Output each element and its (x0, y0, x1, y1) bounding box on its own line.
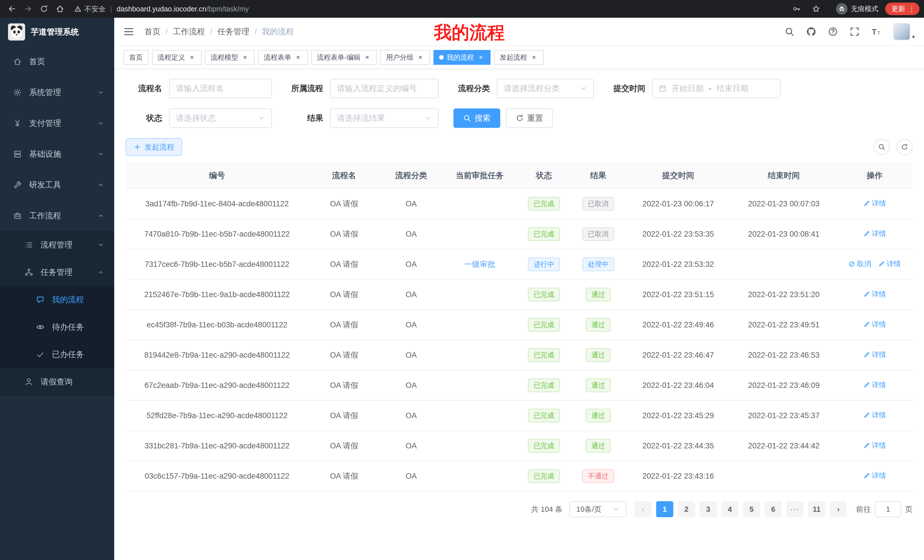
reset-button[interactable]: 重置 (506, 108, 553, 128)
tab-process-form[interactable]: 流程表单× (258, 50, 308, 65)
result-select[interactable]: 请选择流结果 (330, 108, 439, 128)
next-page-button[interactable]: › (830, 501, 847, 517)
detail-link[interactable]: 详情 (863, 289, 886, 299)
user-menu[interactable]: ▾ (893, 23, 915, 40)
refresh-table-button[interactable] (897, 139, 913, 155)
sidebar-item-todo-task[interactable]: 待办任务 (0, 313, 114, 341)
tab-my-process[interactable]: 我的流程× (434, 50, 490, 65)
close-icon[interactable]: × (241, 53, 249, 61)
active-dot (439, 55, 444, 60)
tab-home[interactable]: 首页 (123, 50, 148, 65)
sidebar-toggle[interactable] (123, 26, 134, 37)
cancel-link[interactable]: 取消 (848, 259, 871, 269)
tab-user-group[interactable]: 用户分组× (380, 50, 430, 65)
sidebar-item-devtools[interactable]: 研发工具 (0, 169, 114, 201)
tab-start-process[interactable]: 发起流程× (494, 50, 544, 65)
sidebar-item-workflow[interactable]: 工作流程 (0, 201, 114, 231)
close-icon[interactable]: × (416, 53, 424, 61)
tab-process-definition[interactable]: 流程定义× (152, 50, 202, 65)
column-header: 状态 (517, 163, 571, 189)
sidebar-item-system[interactable]: 系统管理 (0, 77, 114, 108)
close-icon[interactable]: × (530, 53, 538, 61)
tab-process-form-edit[interactable]: 流程表单-编辑× (311, 50, 377, 65)
sidebar-item-home[interactable]: 首页 (0, 46, 114, 77)
cell-task: 一级审批 (442, 249, 517, 279)
bookmark-star-icon[interactable] (812, 5, 820, 13)
task-link[interactable]: 一级审批 (464, 260, 495, 269)
tab-process-model[interactable]: 流程模型× (205, 50, 255, 65)
edit-icon (863, 321, 870, 328)
detail-link[interactable]: 详情 (863, 350, 886, 359)
home-button[interactable] (52, 2, 68, 16)
page-button-1[interactable]: 1 (656, 501, 673, 517)
page-button-11[interactable]: 11 (808, 501, 825, 517)
search-icon (463, 114, 471, 122)
key-icon[interactable] (793, 5, 801, 13)
github-icon[interactable] (806, 27, 816, 36)
breadcrumb-item[interactable]: 工作流程 (173, 26, 205, 37)
cell-submit-time: 2022-01-23 00:06:17 (626, 189, 731, 219)
detail-link[interactable]: 详情 (863, 199, 886, 208)
submit-time-range-picker[interactable]: 开始日期 - 结束日期 (652, 79, 781, 98)
reload-button[interactable] (36, 2, 51, 16)
status-select[interactable]: 请选择状态 (169, 108, 272, 128)
help-icon[interactable] (828, 27, 838, 36)
table-row: 3ad174fb-7b9d-11ec-8404-acde48001122OA 请… (126, 189, 913, 219)
detail-link[interactable]: 详情 (863, 410, 886, 420)
breadcrumb-item[interactable]: 任务管理 (218, 26, 249, 37)
detail-link[interactable]: 详情 (863, 471, 886, 481)
toggle-search-button[interactable] (874, 139, 890, 155)
prev-page-button[interactable]: ‹ (634, 501, 652, 517)
breadcrumb-item[interactable]: 首页 (144, 26, 160, 37)
font-size-icon[interactable]: TT (872, 27, 881, 36)
page-size-select[interactable]: 10条/页 (569, 501, 627, 517)
detail-link[interactable]: 详情 (863, 380, 886, 389)
close-icon[interactable]: × (477, 53, 485, 61)
edit-icon (863, 231, 870, 237)
process-id-input[interactable] (330, 79, 439, 98)
close-icon[interactable]: × (294, 53, 302, 61)
sidebar-item-process-management[interactable]: 流程管理 (0, 231, 114, 259)
page-button-3[interactable]: 3 (700, 501, 717, 517)
app-logo[interactable]: 芋道管理系统 (0, 18, 114, 46)
briefcase-icon (13, 211, 22, 220)
address-bar[interactable]: 不安全 | dashboard.yudao.iocoder.cn/bpm/tas… (74, 4, 824, 14)
category-select[interactable]: 请选择流程分类 (497, 79, 594, 98)
cell-actions: 详情 (837, 219, 913, 249)
sidebar-item-leave-query[interactable]: 请假查询 (0, 368, 114, 395)
update-button[interactable]: 更新 ⋮ (885, 3, 920, 15)
reset-button-label: 重置 (527, 113, 543, 124)
result-placeholder: 请选择流结果 (337, 113, 385, 124)
close-icon[interactable]: × (363, 53, 371, 61)
page-button-5[interactable]: 5 (743, 501, 760, 517)
page-button-2[interactable]: 2 (678, 501, 695, 517)
close-icon[interactable]: × (188, 53, 196, 61)
start-process-button[interactable]: 发起流程 (126, 138, 182, 156)
browser-menu-icon[interactable]: ⋮ (908, 4, 915, 13)
forward-button[interactable] (21, 2, 35, 16)
fullscreen-icon[interactable] (850, 27, 860, 36)
detail-link[interactable]: 详情 (863, 441, 886, 450)
cell-name: OA 请假 (308, 400, 380, 431)
sidebar-item-task-management[interactable]: 任务管理 (0, 259, 114, 286)
goto-page-input[interactable] (875, 501, 901, 517)
page-button-6[interactable]: 6 (765, 501, 782, 517)
back-button[interactable] (4, 2, 20, 16)
page-button-4[interactable]: 4 (721, 501, 738, 517)
more-pages[interactable]: ··· (786, 501, 804, 517)
detail-link[interactable]: 详情 (878, 259, 901, 269)
tab-label: 流程定义 (158, 53, 185, 62)
search-icon[interactable] (784, 27, 794, 36)
detail-link[interactable]: 详情 (863, 320, 886, 329)
sidebar-item-done-task[interactable]: 已办任务 (0, 341, 114, 368)
sidebar-item-infrastructure[interactable]: 基础设施 (0, 139, 114, 169)
process-name-input[interactable] (169, 79, 272, 98)
detail-link[interactable]: 详情 (863, 229, 886, 238)
security-warning[interactable]: 不安全 (74, 4, 106, 14)
search-button[interactable]: 搜索 (453, 108, 500, 128)
cell-status: 已完成 (517, 310, 571, 340)
sidebar-item-payment[interactable]: 支付管理 (0, 108, 114, 139)
cell-status: 已完成 (517, 189, 571, 219)
cell-submit-time: 2022-01-22 23:49:46 (626, 310, 731, 340)
sidebar-item-my-process[interactable]: 我的流程 (0, 286, 114, 313)
